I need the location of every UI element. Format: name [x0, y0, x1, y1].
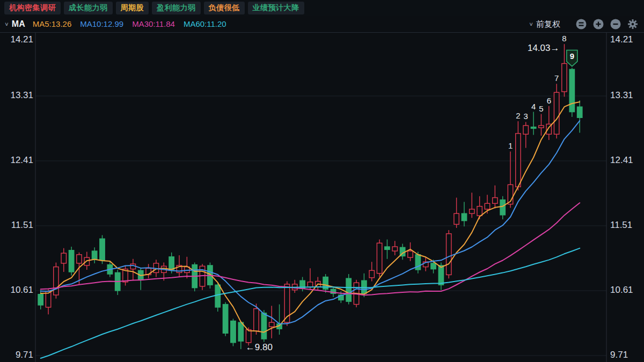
candle[interactable]	[462, 213, 466, 220]
candle[interactable]	[269, 322, 274, 327]
settings-button[interactable]	[627, 18, 639, 30]
candle[interactable]	[408, 251, 413, 257]
ma-values: MA5:13.26MA10:12.99MA30:11.84MA60:11.20	[33, 19, 235, 29]
circle-minus-icon	[610, 18, 621, 30]
candle[interactable]	[38, 294, 43, 305]
gear-icon	[627, 18, 639, 30]
candle[interactable]	[523, 125, 528, 134]
candle[interactable]	[100, 239, 105, 260]
candle[interactable]	[577, 107, 582, 117]
low-price-annotation: ←9.80	[246, 342, 273, 352]
candle[interactable]	[500, 200, 505, 215]
candle[interactable]	[377, 243, 382, 273]
stock-tag-3[interactable]: 周期股	[116, 2, 149, 14]
high-price-annotation: 14.03→	[528, 43, 560, 53]
candle[interactable]	[392, 247, 397, 251]
candle-number-marker: 8	[562, 34, 566, 43]
circle-plus-icon	[592, 18, 604, 30]
ma-value-label: MA5:13.26	[33, 19, 72, 28]
candle[interactable]	[539, 125, 544, 128]
candle[interactable]	[92, 251, 97, 259]
y-axis-label-left: 11.51	[11, 220, 33, 230]
candle[interactable]	[562, 63, 567, 91]
candle[interactable]	[554, 92, 559, 134]
candle[interactable]	[485, 203, 489, 209]
y-axis-label-right: 14.21	[610, 34, 633, 45]
zoom-in-button[interactable]	[592, 18, 604, 30]
candle-number-marker: 1	[508, 141, 513, 150]
candle[interactable]	[261, 313, 266, 339]
candle[interactable]	[477, 206, 482, 216]
candle[interactable]	[223, 305, 228, 334]
candle[interactable]	[169, 257, 174, 270]
candle-number-marker: 4	[531, 102, 536, 111]
tag-bar: 机构密集调研成长能力弱周期股盈利能力弱负债很低业绩预计大降	[0, 0, 644, 16]
candle-number-marker: 6	[547, 96, 551, 105]
candle[interactable]	[215, 285, 220, 307]
ma-line-ma5	[41, 102, 580, 332]
candle[interactable]	[61, 253, 66, 263]
stock-tag-2[interactable]: 成长能力弱	[64, 2, 113, 14]
y-axis-label-right: 11.51	[610, 220, 632, 230]
ma-line-ma60	[41, 248, 580, 358]
y-axis-label-right: 9.71	[610, 350, 628, 360]
stock-tag-1[interactable]: 机构密集调研	[4, 2, 61, 14]
adjust-mode-dropdown[interactable]: 前复权	[536, 19, 560, 29]
chevron-down-icon[interactable]: ∨	[4, 21, 9, 27]
candle[interactable]	[454, 213, 459, 224]
candle[interactable]	[385, 247, 390, 249]
candle[interactable]	[69, 250, 74, 272]
ma-value-label: MA30:11.84	[132, 19, 175, 28]
candle[interactable]	[470, 209, 474, 213]
y-axis-label-left: 12.41	[10, 155, 33, 165]
candle[interactable]	[447, 234, 451, 275]
candle[interactable]	[431, 263, 436, 269]
candle[interactable]	[238, 322, 243, 341]
stock-tag-6[interactable]: 业绩预计大降	[248, 2, 304, 14]
indicator-compare-button[interactable]	[575, 18, 587, 30]
candlestick-chart[interactable]: 14.2114.2113.3113.3112.4112.4111.5111.51…	[0, 33, 644, 362]
candle[interactable]	[346, 278, 351, 301]
candle[interactable]	[54, 267, 58, 295]
stock-tag-4[interactable]: 盈利能力弱	[152, 2, 201, 14]
limit-up-badge-number: 9	[570, 51, 574, 61]
indicator-bar: ∨ MA MA5:13.26MA10:12.99MA30:11.84MA60:1…	[0, 16, 644, 33]
y-axis-label-left: 13.31	[10, 90, 33, 100]
zoom-out-button[interactable]	[610, 18, 621, 30]
y-axis-label-right: 10.61	[610, 285, 633, 295]
candle[interactable]	[231, 321, 236, 342]
candle[interactable]	[308, 282, 312, 287]
candle[interactable]	[569, 69, 574, 112]
ma-value-label: MA10:12.99	[80, 19, 123, 28]
candle[interactable]	[46, 291, 50, 307]
y-axis-label-left: 9.71	[16, 350, 33, 360]
circle-equals-icon	[575, 18, 587, 30]
candle[interactable]	[438, 265, 443, 285]
candle-number-marker: 7	[554, 73, 559, 83]
candle-number-marker: 5	[539, 104, 543, 113]
candle[interactable]	[516, 134, 521, 187]
candle[interactable]	[246, 330, 251, 343]
candle[interactable]	[254, 309, 259, 331]
candle[interactable]	[77, 255, 82, 263]
y-axis-label-left: 10.61	[10, 285, 33, 295]
y-axis-label-right: 13.31	[610, 90, 633, 100]
candle-number-marker: 2	[516, 111, 520, 120]
stock-tag-5[interactable]: 负债很低	[204, 2, 245, 14]
y-axis-label-right: 12.41	[610, 155, 633, 165]
chevron-down-icon[interactable]: ∨	[529, 21, 533, 27]
candle[interactable]	[531, 127, 536, 129]
ma-indicator-label[interactable]: MA	[12, 19, 25, 29]
candle-number-marker: 3	[524, 112, 528, 121]
y-axis-label-left: 14.21	[10, 34, 33, 45]
ma-value-label: MA60:11.20	[184, 19, 226, 28]
candle[interactable]	[493, 198, 497, 204]
candle[interactable]	[369, 270, 374, 277]
